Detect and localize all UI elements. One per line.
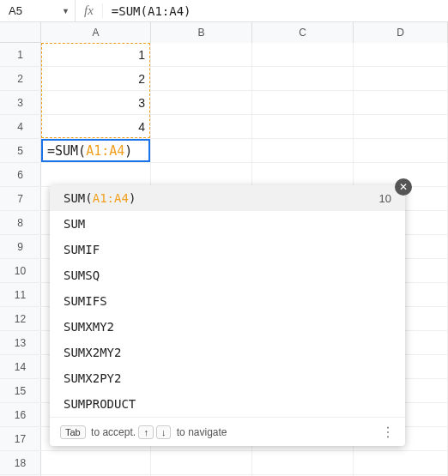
name-box-value: A5 [9,4,22,17]
col-header-B[interactable]: B [151,22,252,43]
select-all-corner[interactable] [0,22,41,42]
row-header[interactable]: 6 [0,163,41,186]
autocomplete-item[interactable]: SUMIFS [50,288,405,314]
autocomplete-item[interactable]: SUMX2PY2 [50,365,405,391]
row-header[interactable]: 12 [0,307,41,330]
tab-key: Tab [60,425,86,439]
ac-top-preview: 10 [379,192,391,205]
row-header[interactable]: 16 [0,403,41,426]
grid-row: 5 [0,139,448,163]
cell-B1[interactable] [151,43,252,66]
row-header[interactable]: 14 [0,355,41,378]
cell-B2[interactable] [151,67,252,90]
row-header[interactable]: 10 [0,259,41,282]
cell-D4[interactable] [354,115,448,138]
cell-A4[interactable]: 4 [41,115,151,138]
column-headers: A B C D [0,22,448,43]
ac-top-prefix: SUM( [64,191,93,205]
cell-C1[interactable] [252,43,354,66]
col-header-D[interactable]: D [354,22,448,43]
ac-top-range: A1:A4 [93,191,129,205]
row-header[interactable]: 13 [0,331,41,354]
up-key: ↑ [138,425,154,439]
autocomplete-item-top[interactable]: SUM(A1:A4) 10 [50,185,405,211]
row-header[interactable]: 3 [0,91,41,114]
grid-row: 22 [0,67,448,91]
cell-B5[interactable] [151,139,252,162]
cell-A6[interactable] [41,163,151,186]
tab-text: to accept. [88,426,139,438]
cell-A2[interactable]: 2 [41,67,151,90]
cell-D1[interactable] [354,43,448,66]
cell-A5[interactable] [41,139,151,162]
cell-C6[interactable] [252,163,354,186]
row-header[interactable]: 4 [0,115,41,138]
formula-autocomplete: ✕ SUM(A1:A4) 10 SUMSUMIFSUMSQSUMIFSSUMXM… [50,185,405,446]
ac-top-suffix: ) [129,191,136,205]
cell-B6[interactable] [151,163,252,186]
row-header[interactable]: 11 [0,283,41,306]
cell-B18[interactable] [151,451,252,474]
fx-icon: fx [76,3,103,18]
autocomplete-item[interactable]: SUMIF [50,237,405,262]
col-header-A[interactable]: A [41,22,151,43]
row-header[interactable]: 17 [0,427,41,450]
cell-C3[interactable] [252,91,354,114]
nav-text: to navigate [173,426,227,438]
spreadsheet-grid: A B C D 11223344567891011121314151617181… [0,22,448,476]
cell-C2[interactable] [252,67,354,90]
autocomplete-footer: Tab to accept. ↑↓ to navigate ⋯ [50,417,405,446]
cell-C18[interactable] [252,451,354,474]
dropdown-icon[interactable]: ▼ [62,7,70,15]
autocomplete-item[interactable]: SUMX2MY2 [50,340,405,365]
cell-B4[interactable] [151,115,252,138]
cell-D3[interactable] [354,91,448,114]
grid-row: 18 [0,451,448,475]
row-header[interactable]: 7 [0,187,41,210]
cell-C5[interactable] [252,139,354,162]
cell-A18[interactable] [41,451,151,474]
row-header[interactable]: 8 [0,211,41,234]
autocomplete-item[interactable]: SUMPRODUCT [50,391,405,417]
autocomplete-item[interactable]: SUMXMY2 [50,314,405,340]
row-header[interactable]: 5 [0,139,41,162]
autocomplete-item[interactable]: SUMSQ [50,262,405,288]
cell-D2[interactable] [354,67,448,90]
grid-row: 11 [0,43,448,67]
row-header[interactable]: 15 [0,379,41,402]
grid-row: 6 [0,163,448,187]
more-icon[interactable]: ⋯ [380,425,397,438]
close-icon[interactable]: ✕ [395,178,412,196]
autocomplete-item[interactable]: SUM [50,211,405,237]
grid-row: 33 [0,91,448,115]
cell-D18[interactable] [354,451,448,474]
cell-B3[interactable] [151,91,252,114]
name-box[interactable]: A5 ▼ [0,0,76,22]
row-header[interactable]: 9 [0,235,41,258]
row-header[interactable]: 2 [0,67,41,90]
cell-A3[interactable]: 3 [41,91,151,114]
formula-input[interactable]: =SUM(A1:A4) [103,4,191,18]
cell-C4[interactable] [252,115,354,138]
down-key: ↓ [156,425,172,439]
cell-A1[interactable]: 1 [41,43,151,66]
grid-row: 44 [0,115,448,139]
formula-bar: A5 ▼ fx =SUM(A1:A4) [0,0,448,22]
cell-D5[interactable] [354,139,448,162]
row-header[interactable]: 1 [0,43,41,66]
row-header[interactable]: 18 [0,451,41,474]
col-header-C[interactable]: C [252,22,354,43]
